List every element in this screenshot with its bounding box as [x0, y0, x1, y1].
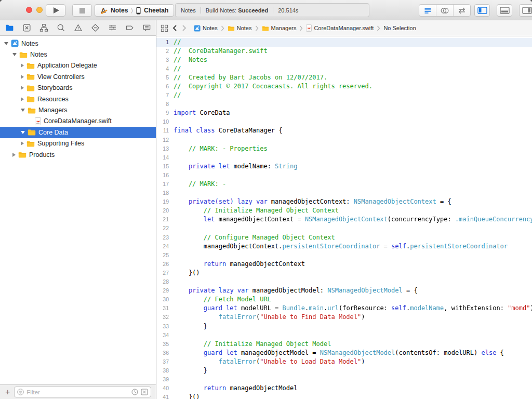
warning-icon	[74, 23, 83, 32]
disclosure-right-icon[interactable]	[21, 97, 24, 101]
disclosure-down-icon[interactable]	[4, 42, 8, 45]
view-toggle-buttons	[474, 4, 532, 17]
line-number: 32	[156, 313, 174, 322]
version-editor-button[interactable]	[453, 5, 470, 16]
code-token	[174, 286, 189, 295]
code-token: }	[174, 322, 207, 331]
debug-area-button[interactable]	[497, 4, 512, 17]
crumb-label: Managers	[271, 25, 297, 31]
code-token: modelName	[410, 304, 444, 313]
project-navigator-tab[interactable]	[5, 23, 14, 33]
crumb-no-selection[interactable]: No Selection	[383, 25, 416, 31]
code-token: modelURL =	[237, 304, 283, 313]
code-token: guard let	[204, 304, 237, 313]
code-line: 34	[156, 331, 532, 340]
assistant-editor-button[interactable]	[436, 5, 453, 16]
crumb-coredatamanager-swift[interactable]: CoreDataManager.swift	[306, 24, 374, 32]
code-token: private(set) lazy var	[189, 197, 268, 206]
code-line: 25	[156, 251, 532, 260]
navigator-panel-button[interactable]	[474, 4, 490, 17]
code-line: 7//	[156, 91, 532, 100]
code-token: //	[174, 38, 181, 47]
clear-filter-icon[interactable]	[141, 389, 148, 395]
forward-button[interactable]	[181, 24, 187, 32]
breakpoint-navigator-tab[interactable]	[125, 23, 134, 33]
source-control-navigator-tab[interactable]	[22, 23, 31, 33]
standard-editor-button[interactable]	[419, 5, 436, 16]
disclosure-right-icon[interactable]	[21, 75, 24, 79]
disclosure-down-icon[interactable]	[12, 53, 17, 56]
minimize-button[interactable]	[36, 7, 43, 13]
test-navigator-tab[interactable]	[90, 23, 100, 33]
code-token: // Notes	[174, 56, 207, 64]
related-items-icon[interactable]	[161, 24, 168, 32]
navigator-filter-bar: + Filter	[0, 384, 156, 399]
activity-viewer: Notes Build Notes: Succeeded 20.514s	[175, 3, 369, 17]
issue-navigator-tab[interactable]	[73, 23, 83, 33]
tree-item-notes[interactable]: Notes	[0, 38, 156, 49]
tree-item-notes[interactable]: Notes	[0, 49, 156, 60]
code-token: "Unable to Find Data Model"	[260, 313, 361, 322]
code-token	[174, 313, 219, 322]
source-editor[interactable]: 1//2// CoreDataManager.swift3// Notes4//…	[156, 36, 532, 399]
line-number: 9	[156, 109, 174, 117]
folder-file-icon	[28, 107, 36, 114]
scheme-device-label: Cheetah	[144, 7, 168, 14]
line-number: 15	[156, 162, 174, 171]
tree-item-application-delegate[interactable]: Application Delegate	[0, 60, 156, 71]
back-button[interactable]	[172, 24, 178, 32]
line-number: 33	[156, 322, 174, 331]
stop-button[interactable]	[72, 4, 92, 17]
disclosure-right-icon[interactable]	[21, 141, 24, 145]
code-token: persistentStoreCoordinator	[283, 242, 380, 251]
disclosure-right-icon[interactable]	[21, 86, 24, 90]
recent-files-icon[interactable]	[131, 389, 138, 395]
xcode-window: A Notes 〉 Cheetah Notes Build Notes: Suc…	[0, 0, 532, 399]
folder-file-icon	[18, 151, 26, 158]
scheme-selector[interactable]: A Notes 〉 Cheetah	[95, 4, 174, 17]
panel-bottom-icon	[500, 7, 510, 14]
run-button[interactable]	[46, 4, 65, 17]
crumb-managers[interactable]: Managers	[262, 25, 297, 31]
filter-placeholder: Filter	[26, 389, 129, 395]
find-navigator-tab[interactable]	[56, 23, 65, 33]
crumb-notes[interactable]: Notes	[194, 25, 218, 32]
debug-icon	[108, 23, 117, 32]
disclosure-down-icon[interactable]	[21, 109, 25, 112]
tree-item-view-controllers[interactable]: View Controllers	[0, 71, 156, 82]
tree-item-managers[interactable]: Managers	[0, 104, 156, 115]
disclosure-right-icon[interactable]	[12, 153, 16, 157]
code-token: private lazy var	[189, 286, 249, 295]
report-navigator-tab[interactable]	[142, 23, 151, 33]
project-tree: NotesNotesApplication DelegateView Contr…	[0, 38, 156, 160]
crumb-notes[interactable]: Notes	[228, 25, 252, 31]
tree-item-resources[interactable]: Resources	[0, 94, 156, 104]
disclosure-down-icon[interactable]	[21, 131, 25, 134]
jump-bar: NotesNotesManagersCoreDataManager.swiftN…	[156, 20, 532, 36]
code-token: final	[174, 126, 192, 135]
code-token: NSManagedObjectContext	[305, 215, 388, 224]
disclosure-right-icon[interactable]	[21, 63, 24, 68]
tree-item-supporting-files[interactable]: Supporting Files	[0, 138, 156, 149]
tree-item-label: View Controllers	[37, 73, 85, 81]
activity-time: 20.514s	[278, 7, 298, 14]
tree-item-label: Notes	[30, 51, 47, 58]
filter-field[interactable]: Filter	[14, 387, 151, 397]
tree-item-products[interactable]: Products	[0, 149, 156, 160]
inspector-panel-button[interactable]	[519, 4, 532, 17]
code-line: 6// Copyright © 2017 Cocoacasts. All rig…	[156, 82, 532, 91]
code-token: (forResource:	[339, 304, 391, 313]
line-number: 18	[156, 189, 174, 197]
symbol-navigator-tab[interactable]	[39, 23, 48, 33]
activity-project: Notes	[181, 7, 196, 14]
add-button[interactable]: +	[5, 388, 10, 396]
tree-item-coredatamanager-swift[interactable]: CoreDataManager.swift	[0, 116, 156, 127]
tree-item-storyboards[interactable]: Storyboards	[0, 83, 156, 94]
close-button[interactable]	[26, 7, 32, 13]
debug-navigator-tab[interactable]	[108, 23, 117, 33]
line-number: 34	[156, 331, 174, 340]
sidebar-divider[interactable]	[156, 20, 156, 399]
tree-item-core-data[interactable]: Core Data	[0, 127, 156, 138]
code-token	[174, 304, 204, 313]
tree-item-label: Products	[29, 151, 55, 158]
